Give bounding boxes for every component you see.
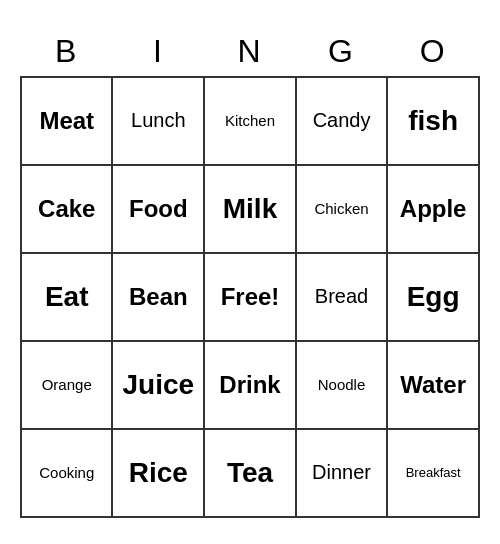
bingo-cell: Kitchen [204,77,296,165]
bingo-cell: Noodle [296,341,388,429]
bingo-cell-text: Meat [22,103,111,139]
bingo-cell-text: Cake [22,191,111,227]
bingo-row: MeatLunchKitchenCandyfish [21,77,479,165]
bingo-cell: Meat [21,77,112,165]
bingo-cell-text: Egg [388,277,478,317]
bingo-cell: Bean [112,253,204,341]
bingo-cell: Candy [296,77,388,165]
bingo-cell: Tea [204,429,296,517]
bingo-cell-text: Dinner [297,457,387,488]
bingo-cell-text: Cooking [22,460,111,485]
bingo-card: BINGO MeatLunchKitchenCandyfishCakeFoodM… [20,27,480,518]
bingo-cell-text: Drink [205,367,295,403]
bingo-header-col: I [112,27,204,77]
bingo-header-col: N [204,27,296,77]
bingo-cell-text: Breakfast [388,461,478,484]
bingo-header-col: G [296,27,388,77]
bingo-cell-text: Tea [205,453,295,493]
bingo-cell: Juice [112,341,204,429]
bingo-cell-text: Food [113,191,203,227]
bingo-row: OrangeJuiceDrinkNoodleWater [21,341,479,429]
bingo-cell-text: Water [388,367,478,403]
bingo-header-col: B [21,27,112,77]
bingo-cell: Milk [204,165,296,253]
bingo-cell: Cooking [21,429,112,517]
bingo-cell-text: fish [388,101,478,141]
bingo-cell-text: Bean [113,279,203,315]
bingo-cell-text: Bread [297,281,387,312]
bingo-cell-text: Free! [205,279,295,315]
bingo-cell-text: Kitchen [205,108,295,133]
bingo-cell: Chicken [296,165,388,253]
bingo-cell: Orange [21,341,112,429]
bingo-cell-text: Eat [22,277,111,317]
bingo-cell-text: Chicken [297,196,387,221]
bingo-cell-text: Lunch [113,105,203,136]
bingo-cell-text: Candy [297,105,387,136]
bingo-cell-text: Noodle [297,372,387,397]
bingo-cell-text: Orange [22,372,111,397]
bingo-cell: Free! [204,253,296,341]
bingo-cell: Apple [387,165,479,253]
bingo-row: EatBeanFree!BreadEgg [21,253,479,341]
bingo-row: CookingRiceTeaDinnerBreakfast [21,429,479,517]
bingo-cell-text: Juice [113,365,203,405]
bingo-cell: Rice [112,429,204,517]
bingo-cell-text: Rice [113,453,203,493]
bingo-cell: fish [387,77,479,165]
bingo-cell: Eat [21,253,112,341]
bingo-cell: Drink [204,341,296,429]
bingo-cell: Bread [296,253,388,341]
bingo-cell: Food [112,165,204,253]
bingo-row: CakeFoodMilkChickenApple [21,165,479,253]
bingo-cell-text: Milk [205,189,295,229]
bingo-cell: Breakfast [387,429,479,517]
bingo-header-col: O [387,27,479,77]
bingo-cell: Lunch [112,77,204,165]
bingo-cell: Cake [21,165,112,253]
bingo-cell: Water [387,341,479,429]
bingo-cell-text: Apple [388,191,478,227]
bingo-cell: Dinner [296,429,388,517]
bingo-cell: Egg [387,253,479,341]
